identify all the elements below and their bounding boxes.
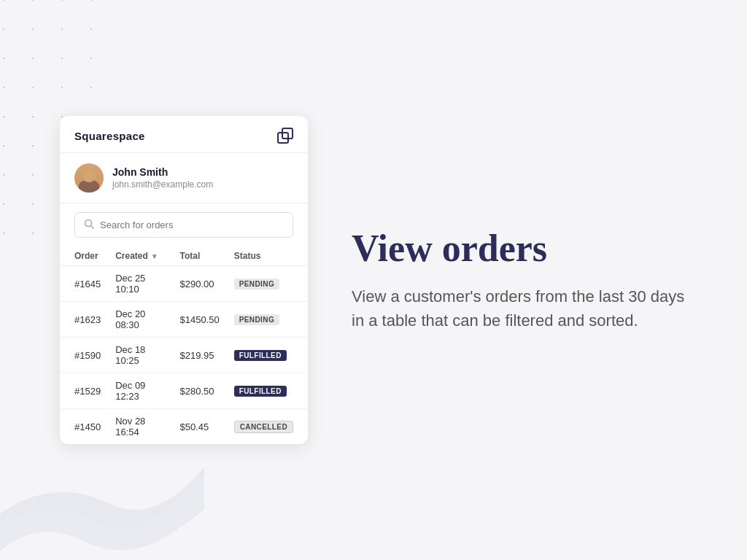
- squarespace-icon: [277, 128, 293, 144]
- order-status: FULFILLED: [220, 373, 308, 409]
- user-name: John Smith: [112, 166, 213, 178]
- order-created: Nov 28 16:54: [101, 409, 165, 445]
- order-total: $280.50: [166, 373, 220, 409]
- table-row[interactable]: #1645 Dec 25 10:10 $290.00 PENDING: [60, 266, 308, 302]
- page-title: View orders: [352, 228, 687, 269]
- search-section: [60, 203, 308, 246]
- order-id: #1450: [60, 409, 101, 445]
- table-row[interactable]: #1529 Dec 09 12:23 $280.50 FULFILLED: [60, 373, 308, 409]
- table-body: #1645 Dec 25 10:10 $290.00 PENDING #1623…: [60, 266, 308, 445]
- status-badge: PENDING: [234, 314, 279, 325]
- search-icon: [84, 219, 94, 231]
- right-content: View orders View a customer's orders fro…: [352, 228, 687, 332]
- orders-card: Squarespace John Smith john.smith@exampl…: [60, 116, 308, 444]
- order-created: Dec 25 10:10: [101, 266, 165, 302]
- order-total: $50.45: [166, 409, 220, 445]
- order-id: #1590: [60, 338, 101, 373]
- table-header: Order Created ▼ Total Status: [60, 246, 308, 266]
- brand-name: Squarespace: [74, 130, 145, 142]
- svg-line-3: [91, 226, 94, 229]
- order-created: Dec 18 10:25: [101, 338, 165, 373]
- status-badge: CANCELLED: [234, 421, 293, 433]
- order-id: #1623: [60, 302, 101, 338]
- status-badge: FULFILLED: [234, 350, 287, 361]
- card-header: Squarespace: [60, 116, 308, 153]
- order-status: CANCELLED: [220, 409, 308, 445]
- order-id: #1645: [60, 266, 101, 302]
- order-created: Dec 20 08:30: [101, 302, 165, 338]
- order-status: PENDING: [220, 302, 308, 338]
- col-total: Total: [166, 246, 220, 266]
- order-id: #1529: [60, 373, 101, 409]
- avatar: [74, 163, 104, 192]
- sort-arrow-icon: ▼: [151, 252, 158, 260]
- order-status: FULFILLED: [220, 338, 308, 373]
- order-created: Dec 09 12:23: [101, 373, 165, 409]
- page-description: View a customer's orders from the last 3…: [352, 284, 687, 332]
- user-info: John Smith john.smith@example.com: [112, 166, 213, 190]
- user-section: John Smith john.smith@example.com: [60, 153, 308, 203]
- status-badge: FULFILLED: [234, 386, 287, 397]
- order-status: PENDING: [220, 266, 308, 302]
- col-created[interactable]: Created ▼: [101, 246, 165, 266]
- col-status: Status: [220, 246, 308, 266]
- orders-table: Order Created ▼ Total Status #1645 Dec 2…: [60, 246, 308, 444]
- table-row[interactable]: #1450 Nov 28 16:54 $50.45 CANCELLED: [60, 409, 308, 445]
- search-input[interactable]: [100, 219, 284, 230]
- table-row[interactable]: #1590 Dec 18 10:25 $219.95 FULFILLED: [60, 338, 308, 373]
- order-total: $290.00: [166, 266, 220, 302]
- col-order: Order: [60, 246, 101, 266]
- table-row[interactable]: #1623 Dec 20 08:30 $1450.50 PENDING: [60, 302, 308, 338]
- order-total: $1450.50: [166, 302, 220, 338]
- search-box[interactable]: [74, 212, 293, 238]
- user-email: john.smith@example.com: [112, 179, 213, 190]
- status-badge: PENDING: [234, 279, 279, 289]
- order-total: $219.95: [166, 338, 220, 373]
- main-layout: Squarespace John Smith john.smith@exampl…: [0, 0, 747, 560]
